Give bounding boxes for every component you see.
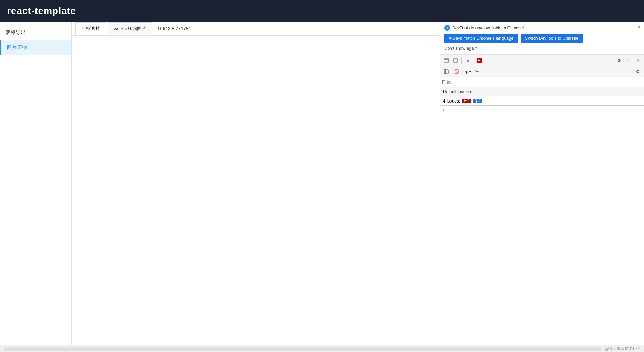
footer-scrollbar[interactable] (4, 347, 601, 351)
notif-buttons: Always match Chrome's language Switch De… (444, 34, 640, 43)
warn-count: 2 (479, 99, 481, 103)
error-indicator-icon: ⚑ (477, 58, 482, 63)
main-area: 表格导出 图片压缩 压缩图片 worker压缩图片 1664296771781 … (0, 22, 644, 345)
toolbar-separator-1 (461, 57, 462, 64)
default-levels-button[interactable]: Default levels ▾ (443, 89, 472, 94)
more-tabs-button[interactable]: » (464, 57, 472, 65)
top-dropdown-arrow: ▾ (469, 69, 471, 74)
sidebar-item-table-export[interactable]: 表格导出 (0, 25, 71, 40)
more-options-button[interactable]: ⋮ (625, 57, 633, 65)
tabs-bar: 压缩图片 worker压缩图片 1664296771781 (72, 22, 440, 36)
tab-timestamp: 1664296771781 (157, 26, 191, 31)
eye-button[interactable]: 👁 (473, 68, 481, 76)
inspect-element-button[interactable] (442, 57, 450, 65)
error-count: 2 (468, 99, 470, 103)
devtools-panel: ✕ i DevTools is now available in Chinese… (440, 22, 644, 345)
sidebar-panel-button[interactable] (442, 68, 450, 76)
svg-rect-4 (444, 70, 446, 74)
issues-label: 4 Issues: (443, 99, 460, 104)
notif-title-row: i DevTools is now available in Chinese! (444, 25, 640, 31)
devtools-issues-bar: 4 Issues: ⚑ 2 🛈 2 (440, 96, 644, 106)
toolbar-separator-2 (474, 57, 474, 64)
notification-close-button[interactable]: ✕ (637, 24, 641, 30)
sidebar: 表格导出 图片压缩 (0, 22, 72, 345)
devtools-console: › (440, 106, 644, 345)
devtools-levels-bar: Default levels ▾ (440, 87, 644, 96)
svg-rect-2 (455, 62, 456, 62)
warn-badge: 🛈 2 (473, 99, 483, 103)
svg-rect-0 (444, 58, 448, 63)
top-context-selector[interactable]: top ▾ (462, 69, 471, 74)
dont-show-again-link[interactable]: Don't show again (444, 46, 477, 51)
notif-message: DevTools is now available in Chinese! (452, 25, 524, 30)
close-devtools-button[interactable]: ✕ (634, 57, 642, 65)
info-icon: i (444, 25, 450, 31)
top-label: top (462, 69, 468, 74)
tab-compress[interactable]: 压缩图片 (75, 22, 106, 35)
page-content (72, 36, 440, 345)
settings-button[interactable]: ⚙ (615, 57, 623, 65)
console-settings-button[interactable]: ⚙ (634, 68, 642, 76)
footer-credit: @稀土掘金技术社区 (605, 346, 640, 351)
error-badge-icon: ⚑ (464, 99, 467, 103)
app-header: react-template (0, 0, 644, 22)
error-badge: ⚑ 2 (462, 99, 471, 103)
always-match-language-button[interactable]: Always match Chrome's language (444, 34, 518, 43)
app-footer: @稀土掘金技术社区 (0, 345, 644, 352)
switch-to-chinese-button[interactable]: Switch DevTools to Chinese (521, 34, 583, 43)
console-chevron[interactable]: › (443, 107, 444, 112)
devtools-filter-bar (440, 77, 644, 87)
sidebar-item-image-compress[interactable]: 图片压缩 (0, 40, 71, 55)
devtools-toolbar: » ⚑ ⚙ ⋮ ✕ (440, 55, 644, 66)
warn-badge-icon: 🛈 (475, 99, 478, 103)
tab-worker-compress[interactable]: worker压缩图片 (108, 22, 152, 35)
app-title: react-template (7, 5, 76, 16)
no-symbol-button[interactable]: 🚫 (452, 68, 460, 76)
devtools-toolbar2: 🚫 top ▾ 👁 ⚙ (440, 66, 644, 77)
devtools-notification: ✕ i DevTools is now available in Chinese… (440, 22, 644, 55)
filter-input[interactable] (442, 80, 642, 85)
content-pane: 压缩图片 worker压缩图片 1664296771781 (72, 22, 440, 345)
device-toolbar-button[interactable] (451, 57, 459, 65)
